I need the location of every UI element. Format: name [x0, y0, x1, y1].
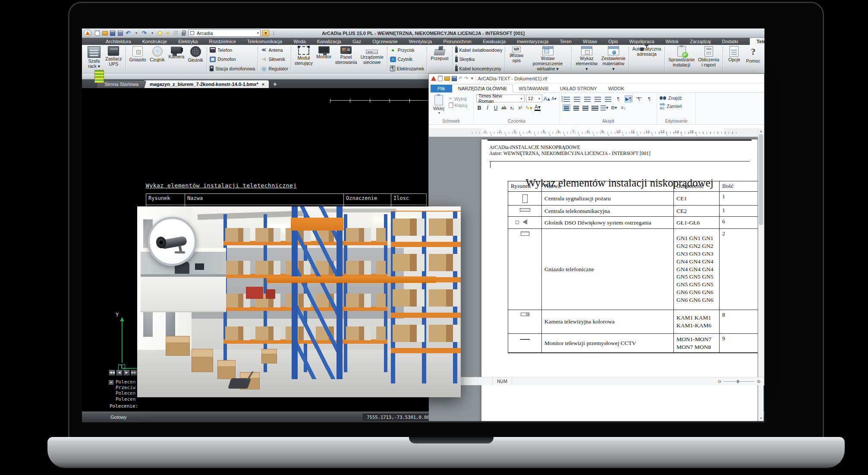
menu-tab-współpraca[interactable]: Współpraca	[624, 38, 660, 45]
layout-first-icon[interactable]: ◀◀	[109, 370, 115, 376]
ribbon-monitor[interactable]: Monitor	[314, 45, 333, 73]
ribbon-sprawdzanie-instalacji[interactable]: Sprawdzanie instalacji	[667, 45, 696, 73]
menu-tab-opis[interactable]: Opis	[603, 38, 624, 45]
menu-tab-teren[interactable]: Teren	[554, 38, 577, 45]
superscript-button[interactable]: x²	[517, 105, 523, 110]
shrink-font-icon[interactable]: A▾	[551, 96, 557, 101]
layout-last-icon[interactable]: ▶▶	[131, 370, 137, 376]
ribbon-regulator[interactable]: ◎Regulator	[261, 65, 288, 72]
menu-tab-architektura[interactable]: Architektura	[100, 38, 137, 45]
command-panel-close-icon[interactable]: ×	[109, 380, 113, 385]
decrease-indent-icon[interactable]	[594, 95, 601, 102]
ribbon-wstaw-pomieszczenie-wirtualne[interactable]: Wstaw pomieszczenie wirtualne ▾	[526, 45, 569, 73]
ribbon-telefon[interactable]: Telefon	[210, 46, 255, 54]
menu-tab-telekomunikacja[interactable]: Telekomunikacja	[242, 38, 288, 45]
layer-checkbox-icon[interactable]	[190, 31, 194, 35]
tab-document[interactable]: magazyn_z_biurem_7-2kond-konstr-14.0-1.b…	[144, 80, 269, 88]
font-family-select[interactable]: Times New Roman▾	[476, 95, 525, 102]
menu-tab-kanalizacja[interactable]: Kanalizacja	[311, 38, 347, 45]
underline-button[interactable]: U	[493, 105, 499, 111]
ribbon-szafa-rack[interactable]: Szafa rack ▾	[85, 45, 104, 73]
scroll-thumb[interactable]	[759, 134, 763, 225]
arcadia-logo-icon[interactable]	[84, 29, 91, 37]
menu-tab-dodatki[interactable]: Dodatki	[717, 38, 744, 45]
menu-tab-zarządzaj[interactable]: Zarządzaj	[684, 38, 716, 45]
zoom-slider[interactable]	[724, 381, 754, 382]
menu-tab-teletechnika[interactable]: Teletechnika	[750, 38, 764, 45]
cut-button[interactable]: ✂Wytnij	[449, 96, 467, 101]
align-left-icon[interactable]	[563, 104, 570, 111]
layer-combo[interactable]: ▾	[189, 29, 261, 37]
font-color-button[interactable]: A▾	[535, 105, 541, 111]
ribbon-elektrozamek[interactable]: ¶Elektrozamek	[390, 65, 425, 72]
ribbon-pomoc[interactable]: ?Pomoc	[744, 45, 763, 73]
filter-icon[interactable]: ▼	[262, 30, 269, 37]
scroll-down-icon[interactable]: ▼	[758, 415, 764, 421]
redo-dropdown-icon[interactable]: ▾	[149, 30, 156, 37]
ribbon-urządzenie-sieciowe[interactable]: Urządzenie sieciowe	[359, 45, 385, 73]
scroll-up-icon[interactable]: ▲	[758, 128, 764, 134]
menu-tab-wentylacja[interactable]: Wentylacja	[403, 38, 438, 45]
strikethrough-button[interactable]: ab	[501, 105, 507, 110]
ribbon-opcje[interactable]: Opcje	[725, 45, 744, 73]
find-button[interactable]: Znajdź	[660, 95, 693, 101]
command-prompt[interactable]: Polecenie:	[110, 403, 138, 409]
new-tab-icon[interactable]: +	[273, 80, 277, 88]
numbered-list-icon[interactable]	[573, 95, 581, 102]
justify-icon[interactable]	[591, 104, 599, 111]
line-spacing-icon[interactable]: ▾	[601, 104, 608, 111]
close-tab-icon[interactable]: ×	[262, 80, 264, 88]
ribbon-kabel-światłowodowy[interactable]: Kabel światłowodowy	[455, 46, 503, 54]
paste-button[interactable]: Wklej ▾	[431, 95, 446, 115]
open-file-icon[interactable]	[101, 30, 108, 37]
menu-tab-widok[interactable]: Widok	[660, 38, 685, 45]
text-tab-wstawianie[interactable]: WSTAWIANIE	[513, 85, 554, 92]
font-size-select[interactable]: 12▾	[526, 95, 542, 102]
ribbon-czytnik[interactable]: Czytnik	[390, 56, 425, 63]
bulb-icon[interactable]	[157, 30, 164, 37]
undo-dropdown-icon[interactable]: ▾	[133, 30, 140, 37]
multilevel-list-icon[interactable]	[583, 95, 591, 102]
ribbon-zasilacz-ups[interactable]: Zasilacz UPS	[104, 45, 124, 73]
menu-tab-woda[interactable]: Woda	[288, 38, 311, 45]
sort-icon[interactable]: ≡↓	[620, 104, 627, 111]
layer-search-input[interactable]	[196, 30, 256, 36]
layout-prev-icon[interactable]: ◀	[116, 370, 123, 376]
qat-overflow-icon[interactable]: ⁞	[270, 30, 277, 37]
menu-tab-ogrzewanie[interactable]: Ogrzewanie	[367, 38, 403, 45]
ribbon-gniazdo[interactable]: Gniazdo	[127, 45, 148, 73]
layers-palette-icon[interactable]	[94, 70, 104, 83]
ribbon-wstaw-opis[interactable]: NRWstaw opis	[507, 45, 526, 73]
subscript-button[interactable]: x₂	[509, 105, 515, 110]
ribbon-wykaz-elementów[interactable]: Wykaz elementów ▾	[573, 45, 600, 73]
save-as-icon[interactable]	[117, 30, 124, 37]
ribbon-stacja-domofonowa[interactable]: Stacja domofonowa	[210, 65, 255, 72]
ribbon-kabel-koncentryczny[interactable]: Kabel koncentryczny	[455, 65, 503, 72]
text-redo-icon[interactable]: ↷	[464, 76, 468, 81]
ribbon-automatyczna-adresacja[interactable]: Automatyczna adresacja	[631, 45, 663, 73]
ribbon-głośnik[interactable]: Głośnik	[186, 45, 205, 73]
grid-toggle-icon[interactable]	[172, 30, 179, 37]
render-settings-icon[interactable]: ☀	[164, 30, 171, 37]
text-new-icon[interactable]	[438, 76, 443, 81]
menu-tab-elektryka[interactable]: Elektryka	[173, 38, 203, 45]
ribbon-zestawienie-materiałów[interactable]: Zestawienie materiałów ▾	[600, 45, 627, 73]
zoom-in-icon[interactable]: ⊕	[757, 379, 761, 384]
ribbon-kamera[interactable]: Kamera	[167, 45, 186, 73]
highlight-button[interactable]: ✎▾	[525, 105, 532, 111]
text-tab-widok[interactable]: WIDOK	[603, 85, 630, 92]
replace-button[interactable]: ABACZamień	[660, 102, 693, 110]
ribbon-panel-sterowania[interactable]: Panel sterowania	[333, 45, 359, 73]
text-tab-plik[interactable]: Plik	[431, 85, 452, 92]
ribbon-przycisk[interactable]: ●Przycisk	[390, 46, 425, 54]
menu-tab-ewakuacja[interactable]: Ewakuacja	[477, 38, 511, 45]
ribbon-antena[interactable]: ≪Antena	[261, 46, 288, 54]
lock-icon[interactable]	[180, 30, 187, 37]
redo-icon[interactable]: ↷	[141, 30, 148, 37]
grow-font-icon[interactable]: A▴	[544, 95, 550, 102]
menu-tab-rozdzielnice[interactable]: Rozdzielnice	[203, 38, 241, 45]
text-qat-dropdown-icon[interactable]: ▾	[471, 76, 473, 81]
text-tab-układ-strony[interactable]: UKŁAD STRONY	[554, 85, 603, 92]
layout-next-icon[interactable]: ▶	[123, 370, 130, 376]
menu-tab-gaz[interactable]: Gaz	[347, 38, 367, 45]
